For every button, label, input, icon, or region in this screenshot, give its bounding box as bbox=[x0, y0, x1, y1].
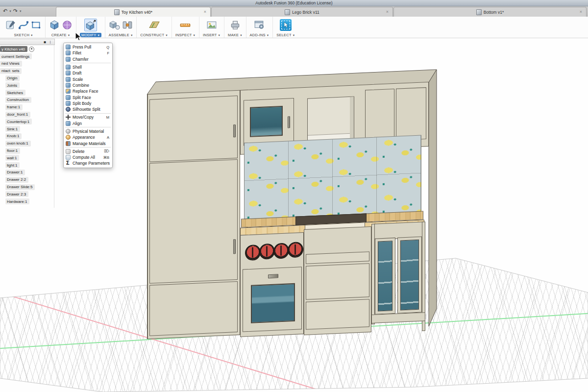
oven-door-handle bbox=[268, 274, 278, 278]
browser-item[interactable]: Drawer:1 bbox=[0, 169, 35, 176]
browser-item-label: Origin bbox=[5, 75, 20, 81]
browser-item-label: Drawer Slide:5 bbox=[5, 184, 35, 190]
browser-item-label: Drawer 2:2 bbox=[5, 177, 28, 183]
menu-item-label: Combine bbox=[73, 83, 89, 88]
menu-item-split-body[interactable]: Split Body bbox=[64, 100, 112, 106]
menu-item-silhouette-split[interactable]: Silhouette Split bbox=[64, 106, 112, 112]
browser-item[interactable]: Sink:1 bbox=[0, 125, 35, 133]
panel-header-icons: ◼ ❘ bbox=[44, 40, 52, 44]
open-shelf-cubby bbox=[307, 97, 354, 145]
browser-item[interactable]: ned Views bbox=[0, 60, 35, 68]
browser-item-label: Countertop:1 bbox=[5, 119, 32, 124]
menu-item-label: Replace Face bbox=[73, 89, 98, 94]
browser-item-label: Joints bbox=[5, 82, 20, 88]
browser-item[interactable]: Drawer 2:2 bbox=[0, 176, 35, 183]
browser-item[interactable]: Knob:1 bbox=[0, 133, 35, 140]
glass-door-right bbox=[397, 237, 422, 314]
menu-item-label: Compute All bbox=[73, 155, 95, 160]
browser-item-label: Hardware:1 bbox=[5, 198, 29, 204]
modify-dropdown-menu: Press PullQ FilletF Chamfer Shell Draft … bbox=[63, 43, 113, 168]
browser-item[interactable]: cument Settings bbox=[0, 53, 35, 60]
menu-item-press-pull[interactable]: Press PullQ bbox=[64, 44, 112, 50]
menu-item-label: Scale bbox=[73, 77, 83, 82]
browser-item[interactable]: door_front:1 bbox=[0, 111, 35, 118]
browser-item[interactable]: Hardware:1 bbox=[0, 198, 35, 205]
delete-icon bbox=[66, 149, 71, 154]
menu-item-appearance[interactable]: AppearanceA bbox=[64, 134, 112, 140]
fridge-upper-handle bbox=[233, 124, 236, 137]
browser-item[interactable]: wall:1 bbox=[0, 154, 35, 162]
menu-item-label: Split Body bbox=[73, 101, 91, 106]
menu-item-label: Move/Copy bbox=[73, 115, 94, 120]
fridge-lower-handle bbox=[233, 239, 236, 254]
menu-item-draft[interactable]: Draft bbox=[64, 70, 112, 76]
menu-item-label: Press Pull bbox=[73, 45, 91, 49]
shell-icon bbox=[66, 65, 71, 70]
menu-separator bbox=[65, 113, 111, 114]
glass-door-left bbox=[375, 238, 395, 315]
change-parameters-icon bbox=[66, 161, 71, 166]
browser-item[interactable]: Countertop:1 bbox=[0, 118, 35, 125]
menu-item-chamfer[interactable]: Chamfer bbox=[64, 56, 112, 62]
split-face-icon bbox=[66, 95, 71, 100]
menu-item-label: Appearance bbox=[73, 135, 95, 140]
menu-item-compute-all[interactable]: Compute All⌘B bbox=[64, 154, 112, 160]
menu-item-fillet[interactable]: FilletF bbox=[64, 50, 112, 56]
menu-item-physical-material[interactable]: Physical Material bbox=[64, 128, 112, 134]
menu-item-label: Delete bbox=[73, 149, 85, 154]
menu-item-align[interactable]: Align bbox=[64, 121, 112, 126]
browser-item[interactable]: ntact: sets bbox=[0, 67, 35, 74]
browser-item[interactable]: Sketches bbox=[0, 89, 35, 97]
browser-item-root[interactable]: y Kitchen v40 bbox=[0, 46, 35, 53]
menu-separator bbox=[65, 127, 111, 127]
menu-item-label: Draft bbox=[73, 71, 81, 75]
fillet-icon bbox=[66, 50, 71, 55]
microwave-handle bbox=[288, 116, 290, 128]
browser-item[interactable]: floor:1 bbox=[0, 147, 35, 154]
fridge-bottom-panel bbox=[149, 281, 238, 336]
menu-item-split-face[interactable]: Split Face bbox=[64, 94, 112, 100]
menu-item-shortcut: A bbox=[104, 135, 109, 140]
browser-item[interactable]: oven knob:1 bbox=[0, 140, 35, 147]
browser-item-label: y Kitchen v40 bbox=[0, 46, 27, 52]
browser-item[interactable]: Construction bbox=[0, 97, 35, 104]
browser-panel-edge bbox=[54, 45, 54, 208]
menu-item-label: Change Parameters bbox=[73, 161, 110, 166]
manage-materials-icon bbox=[66, 141, 71, 146]
browser-item[interactable]: Origin bbox=[0, 74, 35, 82]
browser-item[interactable]: Drawer Slide:5 bbox=[0, 183, 35, 191]
browser-item[interactable]: Drawer 2:3 bbox=[0, 191, 35, 198]
menu-item-manage-materials[interactable]: Manage Materials bbox=[64, 140, 112, 146]
menu-item-shell[interactable]: Shell bbox=[64, 64, 112, 70]
menu-item-combine[interactable]: Combine bbox=[64, 82, 112, 88]
browser-item[interactable]: Joints bbox=[0, 82, 35, 89]
browser-item-label: oven knob:1 bbox=[5, 141, 31, 147]
fridge-upper-door bbox=[149, 96, 238, 162]
menu-item-replace-face[interactable]: Replace Face bbox=[64, 88, 112, 94]
drawer-bottom bbox=[306, 299, 369, 330]
menu-item-shortcut: F bbox=[104, 51, 109, 55]
browser-tree: y Kitchen v40 cument Settings ned Views … bbox=[0, 46, 35, 205]
browser-item[interactable]: frame:1 bbox=[0, 103, 35, 111]
display-cabinet-left-stile bbox=[371, 224, 375, 324]
menu-item-change-parameters[interactable]: Change Parameters bbox=[64, 160, 112, 166]
combine-icon bbox=[66, 83, 71, 88]
browser-panel-header[interactable]: ◼ ❘ bbox=[0, 39, 55, 45]
menu-item-move-copy[interactable]: Move/CopyM bbox=[64, 114, 112, 120]
menu-item-label: Physical Material bbox=[73, 129, 104, 134]
browser-item-label: door_front:1 bbox=[5, 112, 30, 118]
appearance-icon bbox=[66, 135, 71, 140]
document-activate-icon[interactable] bbox=[29, 47, 34, 52]
silhouette-split-icon bbox=[66, 107, 71, 112]
browser-item-label: frame:1 bbox=[5, 104, 23, 110]
cubby-side-shade bbox=[350, 97, 354, 143]
browser-item-label: ntact: sets bbox=[0, 68, 22, 74]
browser-item-label: light:1 bbox=[5, 162, 20, 168]
menu-item-shortcut: M bbox=[103, 115, 109, 120]
menu-item-delete[interactable]: Delete⌦ bbox=[64, 148, 112, 154]
menu-item-label: Shell bbox=[73, 65, 82, 70]
compute-all-icon bbox=[66, 155, 71, 160]
menu-item-scale[interactable]: Scale bbox=[64, 76, 112, 82]
browser-item[interactable]: light:1 bbox=[0, 162, 35, 169]
browser-item-label: cument Settings bbox=[0, 53, 32, 59]
